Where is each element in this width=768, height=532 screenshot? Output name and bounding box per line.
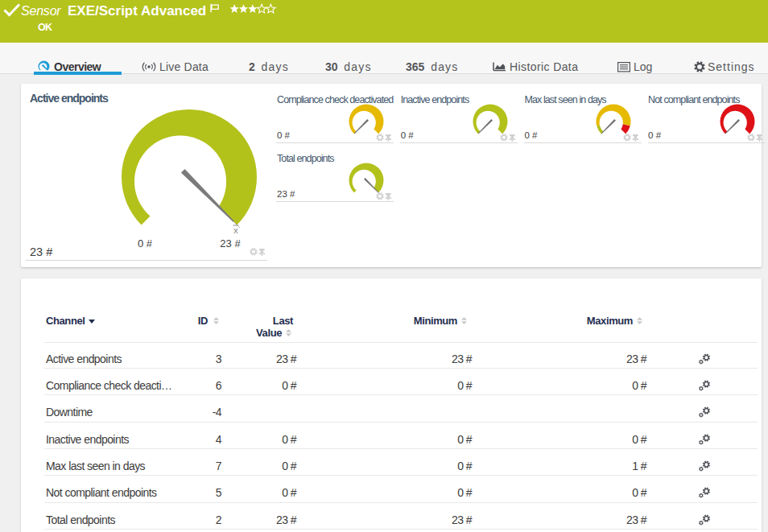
svg-text:x: x <box>233 225 238 235</box>
